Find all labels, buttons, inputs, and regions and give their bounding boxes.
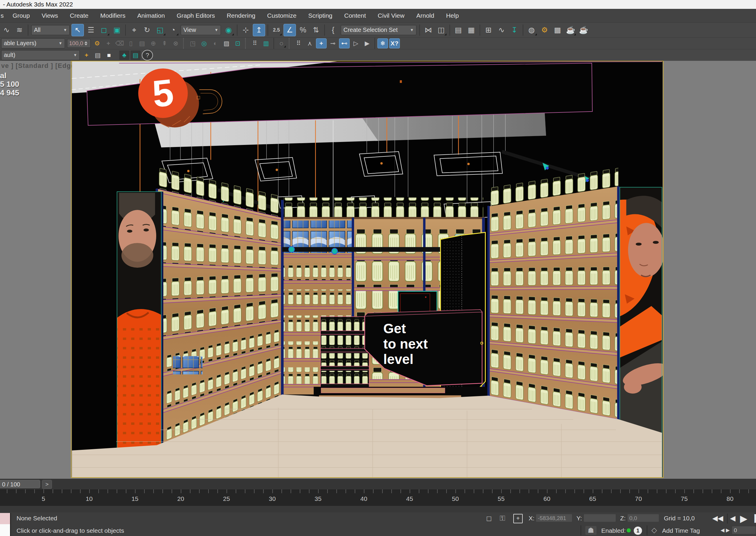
paint-selection-icon[interactable]: ⠿ (293, 39, 304, 48)
scene-explorer-icon[interactable]: ▦ (465, 24, 477, 36)
play-button[interactable]: ▶ (740, 513, 747, 524)
layer-up-icon[interactable]: ⇞ (159, 39, 169, 48)
mirror-axis-icon[interactable]: ◳ (188, 39, 198, 48)
xview-icon[interactable]: X? (389, 38, 400, 49)
window-crossing-icon[interactable]: ▣ (111, 24, 123, 36)
select-and-scale-icon[interactable]: ◱ (154, 24, 166, 36)
goto-start-button[interactable]: ◀◀ (712, 514, 723, 522)
spinner-snap-icon[interactable]: ⇅ (310, 24, 322, 36)
angle-snap-icon[interactable]: ∠ (284, 24, 296, 36)
snap-offset-icon[interactable]: ⊸ (328, 39, 338, 48)
snap-to-point-icon[interactable]: + (316, 38, 326, 49)
create-layer-icon[interactable]: + (103, 39, 114, 48)
select-and-move-icon[interactable]: ⌖ (128, 24, 140, 36)
render-iterative-icon[interactable]: ☕ (578, 24, 589, 36)
merge-layers-icon[interactable]: ⊕ (148, 39, 158, 48)
grid-align-icon[interactable]: ⊡ (233, 39, 243, 48)
render-frame-icon[interactable]: ▩ (552, 24, 564, 36)
z-coordinate-field[interactable]: 0,0 (627, 514, 659, 522)
menu-scripting[interactable]: Scripting (302, 9, 338, 22)
spinner-arrows[interactable] (85, 41, 87, 46)
absolute-mode-icon[interactable]: + (513, 514, 523, 523)
mirror-icon[interactable]: ⋈ (422, 24, 434, 36)
maxscript-mini-listener[interactable] (0, 513, 11, 536)
help-icon[interactable]: ? (142, 50, 153, 60)
menu-modifiers[interactable]: Modifiers (94, 9, 131, 22)
male-athlete-banner[interactable] (117, 191, 163, 451)
select-and-link-icon[interactable]: ∿ (1, 24, 13, 36)
track-bar[interactable]: 5101520253035404550556065707580 (0, 489, 756, 507)
paint-object-icon[interactable]: ◐ (210, 39, 220, 48)
layer-list-dropdown[interactable]: able Layers)▼ (1, 38, 65, 49)
select-and-place-icon[interactable]: ◔ (167, 24, 179, 36)
measure-distance-icon[interactable]: ▥ (261, 39, 271, 48)
scene-notes-icon[interactable]: ▤ (130, 50, 141, 60)
use-pivot-center-icon[interactable]: ◉ (223, 24, 234, 36)
y-coordinate-field[interactable] (584, 514, 616, 522)
menu-create[interactable]: Create (64, 9, 94, 22)
next-frame-button[interactable]: > (42, 480, 52, 489)
spinner-left-icon[interactable]: ◀ (721, 527, 724, 533)
listener-pane[interactable] (0, 524, 10, 536)
store-3d-scene[interactable]: 5 (71, 61, 663, 477)
time-slider-handle[interactable]: 0 / 100 (0, 480, 40, 488)
menu-s[interactable]: s (0, 9, 7, 22)
delete-layer-icon[interactable]: ⌫ (115, 39, 124, 48)
named-views-dropdown[interactable]: ault)▼ (1, 50, 80, 60)
shield-icon[interactable]: ☗ (585, 526, 597, 535)
curve-editor-icon[interactable]: ∿ (496, 24, 507, 36)
snap-cursor-icon[interactable]: ▷ (351, 39, 361, 48)
menu-animation[interactable]: Animation (131, 9, 171, 22)
menu-help[interactable]: Help (440, 9, 464, 22)
layer-stack-icon[interactable]: ▤ (93, 50, 103, 60)
layer-gear-icon[interactable]: ⚙ (92, 39, 102, 48)
layer-value-field[interactable]: 100,0 (67, 39, 91, 48)
render-setup-icon[interactable]: ⚙ (539, 24, 550, 36)
menu-views[interactable]: Views (36, 9, 64, 22)
menu-civil-view[interactable]: Civil View (372, 9, 410, 22)
blank-swatch[interactable]: ■ (104, 50, 114, 60)
add-time-tag[interactable]: Add Time Tag (662, 527, 700, 534)
time-slider-bar[interactable]: 0 / 100 > (0, 479, 756, 490)
named-selection-set-dropdown[interactable]: Create Selection Set▼ (341, 25, 416, 35)
dot-grid-icon[interactable]: ⠿ (250, 39, 260, 48)
edit-named-selections-icon[interactable]: { (327, 24, 339, 36)
ribbon-icon[interactable]: ⊞ (483, 24, 494, 36)
percent-snap-icon[interactable]: % (297, 24, 309, 36)
bind-to-space-warp-icon[interactable]: ≋ (14, 24, 25, 36)
reference-coordinate-dropdown[interactable]: View▼ (181, 25, 221, 35)
select-in-layer-icon[interactable]: ▤ (137, 39, 147, 48)
x-coordinate-field[interactable]: -58348,281 (536, 514, 572, 522)
freeze-transform-icon[interactable]: ❄ (377, 38, 388, 49)
menu-rendering[interactable]: Rendering (221, 9, 261, 22)
viewport-area[interactable]: ve ] [Standard ] [Edged Faces ] al 5 100… (0, 61, 756, 479)
frame-number-field[interactable]: 0 (732, 526, 756, 534)
select-object-icon[interactable]: ↖ (71, 24, 84, 36)
menu-group[interactable]: Group (7, 9, 36, 22)
snap-slider-icon[interactable]: ⊷ (339, 38, 350, 49)
selection-filter-dropdown[interactable]: All▼ (31, 25, 70, 35)
selection-lock-icon[interactable]: ⚿ (500, 514, 505, 522)
schematic-view-icon[interactable]: ↧ (508, 24, 520, 36)
snaps-toggle-icon[interactable]: 2.5 (270, 24, 282, 36)
select-and-manipulate-icon[interactable]: ⊹ (240, 24, 252, 36)
layer-collapse-icon[interactable]: ⊗ (171, 39, 181, 48)
previous-frame-button[interactable]: ◀ (730, 514, 735, 522)
populate-icon[interactable]: ♣ (119, 50, 129, 60)
soft-selection-icon[interactable]: ◌ (276, 39, 287, 48)
center-object-icon[interactable]: ◎ (199, 39, 209, 48)
selection-region-icon[interactable]: ◻ (486, 514, 492, 522)
add-to-layer-icon[interactable]: ▯ (126, 39, 136, 48)
macro-recorder-pane[interactable] (0, 513, 10, 524)
menu-customize[interactable]: Customize (261, 9, 302, 22)
rectangular-selection-icon[interactable]: ◻ (98, 24, 110, 36)
spinner-right-icon[interactable]: ▶ (726, 527, 730, 533)
keyboard-override-icon[interactable]: ↥ (253, 24, 265, 36)
layer-manager-icon[interactable]: ▤ (452, 24, 464, 36)
normal-align-icon[interactable]: ▨ (222, 39, 231, 48)
right-shelving-unit[interactable] (487, 167, 619, 422)
add-layer-plus-icon[interactable]: + (82, 50, 91, 60)
menu-arnold[interactable]: Arnold (410, 9, 440, 22)
menu-content[interactable]: Content (338, 9, 372, 22)
render-production-icon[interactable]: ☕ (565, 24, 576, 36)
